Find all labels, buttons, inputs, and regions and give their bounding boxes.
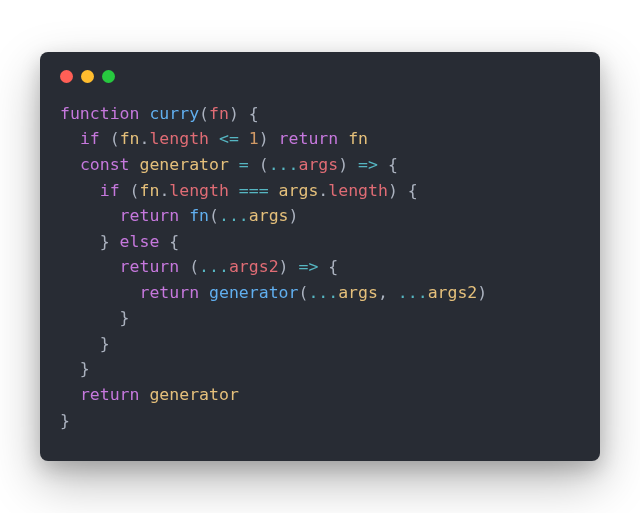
- token-punct: }: [60, 359, 90, 378]
- token-punct: [60, 129, 80, 148]
- token-keyword: if: [100, 181, 120, 200]
- token-ident: args: [338, 283, 378, 302]
- code-line: } else {: [60, 229, 580, 255]
- token-funcname: generator: [209, 283, 298, 302]
- token-number: 1: [249, 129, 259, 148]
- token-operator: =>: [298, 257, 318, 276]
- code-line: return generator: [60, 382, 580, 408]
- code-line: }: [60, 331, 580, 357]
- token-punct: .: [318, 181, 328, 200]
- token-punct: [130, 155, 140, 174]
- minimize-icon[interactable]: [81, 70, 94, 83]
- code-window: function curry(fn) { if (fn.length <= 1)…: [40, 52, 600, 461]
- token-punct: }: [60, 308, 130, 327]
- token-punct: (: [199, 104, 209, 123]
- token-punct: {: [159, 232, 179, 251]
- token-operator: =>: [358, 155, 378, 174]
- token-keyword: function: [60, 104, 139, 123]
- code-line: if (fn.length <= 1) return fn: [60, 126, 580, 152]
- token-funcname: fn: [189, 206, 209, 225]
- token-operator: ...: [269, 155, 299, 174]
- token-punct: (: [100, 129, 120, 148]
- token-punct: [60, 181, 100, 200]
- token-punct: [60, 155, 80, 174]
- token-ident: generator: [139, 155, 228, 174]
- token-keyword: return: [120, 257, 180, 276]
- token-keyword: else: [120, 232, 160, 251]
- token-punct: [60, 257, 120, 276]
- token-punct: [139, 385, 149, 404]
- token-prop: length: [149, 129, 209, 148]
- code-line: return (...args2) => {: [60, 254, 580, 280]
- token-keyword: if: [80, 129, 100, 148]
- token-ident: fn: [348, 129, 368, 148]
- token-punct: (: [120, 181, 140, 200]
- token-punct: (: [249, 155, 269, 174]
- token-prop: length: [169, 181, 229, 200]
- code-line: }: [60, 305, 580, 331]
- token-punct: ): [338, 155, 358, 174]
- token-param: args: [298, 155, 338, 174]
- code-line: return fn(...args): [60, 203, 580, 229]
- token-ident: generator: [149, 385, 238, 404]
- token-operator: ...: [199, 257, 229, 276]
- code-line: }: [60, 356, 580, 382]
- code-block: function curry(fn) { if (fn.length <= 1)…: [60, 101, 580, 433]
- token-ident: args2: [428, 283, 478, 302]
- token-punct: [239, 129, 249, 148]
- token-operator: ...: [398, 283, 428, 302]
- token-ident: args: [279, 181, 319, 200]
- token-punct: {: [318, 257, 338, 276]
- code-line: if (fn.length === args.length) {: [60, 178, 580, 204]
- token-keyword: return: [139, 283, 199, 302]
- token-operator: <=: [219, 129, 239, 148]
- token-punct: ): [279, 257, 299, 276]
- token-punct: [269, 181, 279, 200]
- token-keyword: return: [279, 129, 339, 148]
- token-ident: fn: [140, 181, 160, 200]
- token-punct: }: [60, 334, 110, 353]
- token-operator: ===: [239, 181, 269, 200]
- token-prop: length: [328, 181, 388, 200]
- token-punct: [139, 104, 149, 123]
- zoom-icon[interactable]: [102, 70, 115, 83]
- code-line: }: [60, 408, 580, 434]
- token-operator: =: [239, 155, 249, 174]
- token-operator: ...: [219, 206, 249, 225]
- token-punct: ) {: [229, 104, 259, 123]
- token-punct: ): [289, 206, 299, 225]
- token-ident: fn: [120, 129, 140, 148]
- token-punct: (: [179, 257, 199, 276]
- code-line: const generator = (...args) => {: [60, 152, 580, 178]
- token-punct: {: [378, 155, 398, 174]
- code-line: return generator(...args, ...args2): [60, 280, 580, 306]
- token-punct: [60, 385, 80, 404]
- token-punct: [209, 129, 219, 148]
- token-keyword: const: [80, 155, 130, 174]
- token-punct: [179, 206, 189, 225]
- token-punct: ) {: [388, 181, 418, 200]
- token-punct: .: [159, 181, 169, 200]
- code-line: function curry(fn) {: [60, 101, 580, 127]
- traffic-lights: [60, 70, 580, 83]
- token-operator: ...: [308, 283, 338, 302]
- token-punct: [60, 206, 120, 225]
- token-punct: }: [60, 232, 120, 251]
- token-punct: [60, 283, 139, 302]
- token-punct: ): [259, 129, 279, 148]
- token-punct: [229, 155, 239, 174]
- token-punct: (: [209, 206, 219, 225]
- token-punct: [229, 181, 239, 200]
- token-keyword: return: [120, 206, 180, 225]
- token-punct: ,: [378, 283, 398, 302]
- token-punct: }: [60, 411, 70, 430]
- close-icon[interactable]: [60, 70, 73, 83]
- token-funcname: curry: [149, 104, 199, 123]
- token-punct: ): [477, 283, 487, 302]
- token-punct: (: [298, 283, 308, 302]
- token-punct: .: [140, 129, 150, 148]
- token-ident: args: [249, 206, 289, 225]
- token-param: args2: [229, 257, 279, 276]
- token-keyword: return: [80, 385, 140, 404]
- token-param: fn: [209, 104, 229, 123]
